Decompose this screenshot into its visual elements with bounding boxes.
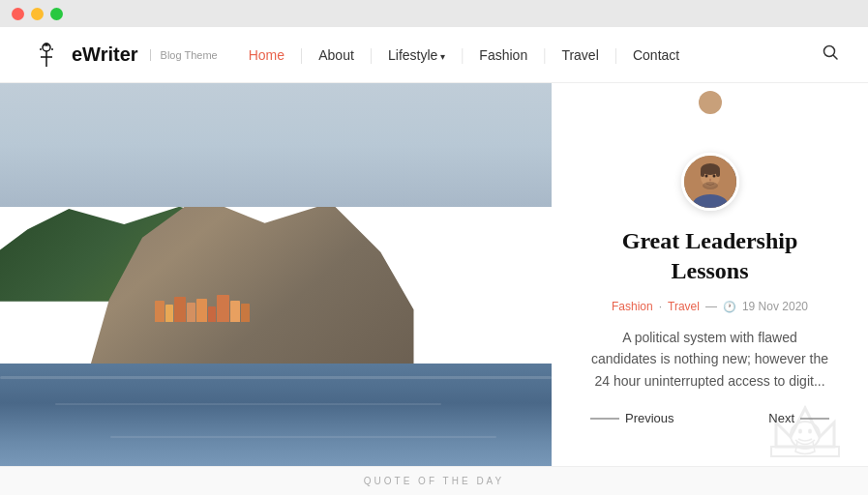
sky-overlay	[0, 83, 552, 207]
nav-travel[interactable]: Travel	[546, 47, 614, 63]
watermark	[762, 389, 849, 476]
svg-point-17	[703, 182, 718, 189]
buildings	[155, 295, 250, 322]
main-area: Great Leadership Lessons Fashion · Trave…	[0, 83, 868, 495]
scene	[0, 83, 552, 495]
maximize-button[interactable]	[50, 8, 63, 20]
nav-fashion[interactable]: Fashion	[464, 47, 543, 63]
svg-point-6	[51, 48, 53, 50]
close-button[interactable]	[12, 8, 24, 20]
svg-line-8	[834, 56, 838, 60]
svg-point-20	[798, 429, 802, 434]
svg-point-7	[824, 46, 835, 57]
nav-home[interactable]: Home	[233, 47, 300, 63]
title-bar	[0, 0, 868, 27]
svg-rect-12	[701, 169, 704, 177]
logo-icon	[29, 38, 64, 73]
logo-text: eWriter	[72, 44, 138, 66]
post-date: 19 Nov 2020	[742, 300, 808, 313]
nav-about-link[interactable]: About	[303, 47, 370, 63]
nav-contact-link[interactable]: Contact	[617, 47, 695, 63]
logo[interactable]: eWriter Blog Theme	[29, 38, 218, 73]
post-meta: Fashion · Travel — 🕐 19 Nov 2020	[612, 300, 808, 313]
svg-point-16	[709, 178, 711, 181]
tag-travel[interactable]: Travel	[668, 300, 700, 313]
navigation: eWriter Blog Theme Home | About | Lifest…	[0, 27, 868, 83]
search-icon[interactable]	[822, 44, 839, 66]
meta-dash: —	[705, 300, 717, 313]
logo-subtext: Blog Theme	[150, 49, 218, 61]
cliff	[83, 187, 414, 393]
svg-rect-13	[716, 169, 720, 177]
nav-about[interactable]: About	[303, 47, 370, 63]
svg-point-5	[40, 48, 42, 50]
svg-point-15	[712, 174, 715, 177]
right-panel: Great Leadership Lessons Fashion · Trave…	[552, 83, 868, 495]
svg-point-21	[808, 429, 812, 434]
tag-fashion[interactable]: Fashion	[612, 300, 653, 313]
quote-label: QUOTE OF THE DAY	[364, 476, 504, 486]
avatar	[681, 153, 739, 211]
nav-fashion-link[interactable]: Fashion	[464, 47, 543, 63]
nav-lifestyle-link[interactable]: Lifestyle	[373, 47, 461, 63]
previous-button[interactable]: Previous	[590, 411, 674, 425]
hero-image	[0, 83, 552, 495]
tag-sep: ·	[659, 300, 662, 313]
svg-point-14	[704, 174, 707, 177]
quote-bar: QUOTE OF THE DAY	[0, 466, 868, 495]
post-title: Great Leadership Lessons	[590, 226, 829, 286]
nav-home-link[interactable]: Home	[233, 47, 300, 63]
nav-contact[interactable]: Contact	[617, 47, 695, 63]
clock-icon: 🕐	[723, 301, 736, 313]
nav-links: Home | About | Lifestyle | Fashion | Tra…	[233, 46, 822, 64]
minimize-button[interactable]	[31, 8, 44, 20]
post-excerpt: A political system with flawed candidate…	[590, 327, 829, 392]
nav-lifestyle[interactable]: Lifestyle	[373, 47, 461, 63]
nav-travel-link[interactable]: Travel	[546, 47, 614, 63]
